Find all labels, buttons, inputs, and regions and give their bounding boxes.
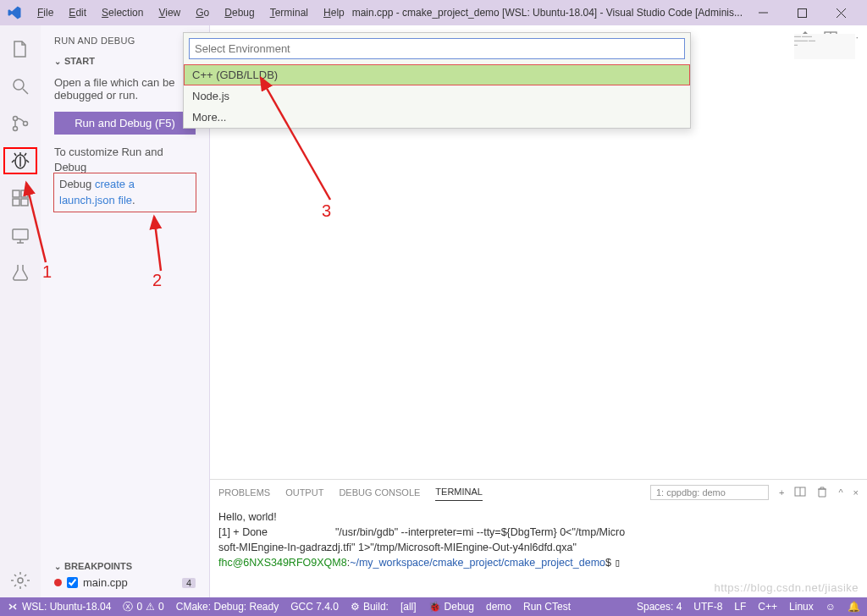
svg-point-18	[18, 578, 23, 583]
quickpick-item-more[interactable]: More...	[184, 107, 690, 128]
sb-gcc[interactable]: GCC 7.4.0	[290, 601, 339, 613]
sb-build[interactable]: ⚙ Build:	[351, 601, 389, 613]
open-file-text: Open a file which can be debugged or run…	[54, 76, 196, 102]
maximize-button[interactable]	[782, 0, 821, 25]
sb-lang[interactable]: C++	[758, 601, 777, 613]
remote-icon[interactable]	[0, 218, 41, 252]
settings-icon[interactable]	[0, 564, 41, 597]
menu-file[interactable]: FFileile	[30, 3, 60, 22]
chevron-down-icon: ⌄	[54, 562, 61, 571]
close-panel-icon[interactable]: ×	[853, 487, 859, 498]
breakpoint-checkbox[interactable]	[67, 577, 78, 588]
sb-remote[interactable]: WSL: Ubuntu-18.04	[7, 601, 111, 613]
menu-bar: FFileile Edit Selection View Go Debug Te…	[30, 3, 351, 22]
svg-line-5	[23, 89, 28, 94]
window-controls	[743, 0, 860, 25]
explorer-icon[interactable]	[0, 32, 41, 66]
sb-eol[interactable]: LF	[734, 601, 746, 613]
sb-debug[interactable]: 🐞 Debug	[428, 601, 474, 613]
chevron-down-icon: ⌄	[54, 57, 61, 66]
svg-rect-1	[798, 8, 806, 17]
sb-encoding[interactable]: UTF-8	[693, 601, 722, 613]
sb-bell-icon[interactable]: 🔔	[848, 601, 860, 613]
svg-point-4	[14, 80, 24, 90]
terminal-select[interactable]: 1: cppdbg: demo	[650, 485, 769, 500]
scm-icon[interactable]	[0, 107, 41, 140]
sb-problems[interactable]: ⓧ 0 ⚠ 0	[123, 600, 163, 614]
tab-terminal[interactable]: TERMINAL	[435, 483, 483, 501]
svg-rect-14	[21, 199, 28, 206]
breakpoint-dot-icon	[54, 579, 62, 586]
sb-ctest[interactable]: Run CTest	[523, 601, 571, 613]
sb-os[interactable]: Linux	[789, 601, 814, 613]
breakpoint-item[interactable]: main.cpp 4	[41, 575, 209, 591]
terminal-body[interactable]: Hello, world! [1] + Done "/usr/bin/gdb" …	[210, 504, 867, 597]
create-launch-json-link[interactable]: create a launch.json file	[59, 178, 135, 206]
svg-point-6	[14, 117, 18, 121]
menu-help[interactable]: Help	[317, 3, 351, 22]
svg-rect-13	[13, 199, 19, 206]
split-terminal-icon[interactable]	[794, 486, 806, 499]
svg-point-8	[24, 122, 28, 126]
kill-terminal-icon[interactable]	[816, 486, 828, 499]
vscode-logo-icon	[7, 5, 22, 20]
minimize-button[interactable]	[743, 0, 782, 25]
menu-view[interactable]: View	[152, 3, 187, 22]
sb-spaces[interactable]: Spaces: 4	[637, 601, 682, 613]
window-title: main.cpp - cmake_project_demo [WSL: Ubun…	[351, 7, 743, 19]
activity-bar	[0, 25, 41, 597]
sb-feedback-icon[interactable]: ☺	[826, 601, 836, 613]
svg-rect-11	[13, 190, 19, 197]
panel: PROBLEMS OUTPUT DEBUG CONSOLE TERMINAL 1…	[210, 479, 867, 597]
tab-output[interactable]: OUTPUT	[285, 484, 323, 501]
menu-selection[interactable]: Selection	[95, 3, 150, 22]
extensions-icon[interactable]	[0, 181, 41, 215]
breakpoint-file: main.cpp	[83, 576, 128, 589]
select-environment-quickpick: C++ (GDB/LLDB) Node.js More...	[183, 32, 691, 129]
svg-rect-12	[21, 190, 28, 197]
maximize-panel-icon[interactable]: ^	[838, 487, 842, 498]
menu-terminal[interactable]: Terminal	[263, 3, 315, 22]
sb-target[interactable]: [all]	[400, 601, 417, 613]
search-icon[interactable]	[0, 69, 41, 103]
quickpick-item-cpp[interactable]: C++ (GDB/LLDB)	[184, 64, 690, 85]
svg-rect-15	[13, 229, 28, 239]
quickpick-input[interactable]	[189, 38, 685, 59]
sb-demo[interactable]: demo	[486, 601, 511, 613]
menu-debug[interactable]: Debug	[218, 3, 261, 22]
status-bar: WSL: Ubuntu-18.04 ⓧ 0 ⚠ 0 CMake: Debug: …	[0, 597, 867, 616]
test-icon[interactable]	[0, 256, 41, 289]
run-debug-icon[interactable]	[0, 144, 41, 178]
new-terminal-icon[interactable]: +	[779, 487, 784, 498]
close-button[interactable]	[821, 0, 860, 25]
breakpoint-line-badge: 4	[182, 578, 196, 588]
sb-cmake[interactable]: CMake: Debug: Ready	[176, 601, 279, 613]
breakpoints-section-header[interactable]: ⌄BREAKPOINTS	[41, 558, 209, 575]
menu-edit[interactable]: Edit	[62, 3, 93, 22]
customize-text: To customize Run and Debug Debug create …	[54, 145, 196, 212]
tab-debug-console[interactable]: DEBUG CONSOLE	[339, 484, 420, 501]
title-bar: FFileile Edit Selection View Go Debug Te…	[0, 0, 867, 25]
tab-problems[interactable]: PROBLEMS	[218, 484, 270, 501]
menu-go[interactable]: Go	[189, 3, 216, 22]
run-and-debug-button[interactable]: Run and Debug (F5)	[54, 112, 196, 135]
quickpick-item-nodejs[interactable]: Node.js	[184, 85, 690, 107]
svg-point-7	[14, 127, 18, 131]
